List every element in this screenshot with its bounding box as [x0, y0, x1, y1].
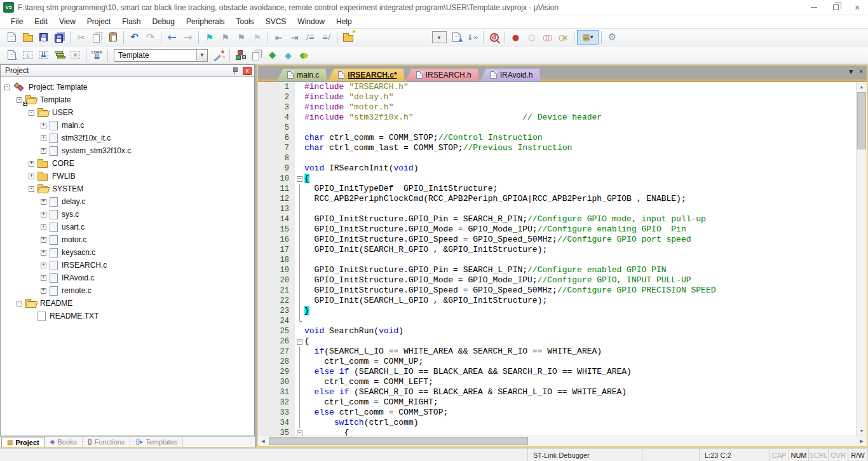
- multi-project-workspace-button[interactable]: [248, 48, 264, 62]
- tab-irsearch-c[interactable]: IRSEARCH.c*: [328, 69, 404, 81]
- rebuild-button[interactable]: ⇊: [36, 48, 51, 62]
- tree-item-fwlib[interactable]: +FWLIB: [1, 170, 254, 182]
- expander-expand-icon[interactable]: +: [41, 263, 46, 268]
- tree-item-main-c[interactable]: +main.c: [1, 119, 254, 132]
- expander-expand-icon[interactable]: +: [41, 123, 46, 128]
- menu-window[interactable]: Window: [292, 16, 330, 27]
- fold-collapse-icon[interactable]: −: [297, 176, 302, 182]
- pack-installer-button[interactable]: ◆◆: [296, 48, 312, 62]
- tree-item-core[interactable]: +CORE: [1, 157, 254, 170]
- pin-icon[interactable]: [232, 67, 238, 74]
- expander-collapse-icon[interactable]: -: [4, 85, 10, 90]
- save-button[interactable]: [36, 30, 51, 45]
- tab-irsearch-h[interactable]: IRSEARCH.h: [406, 69, 479, 81]
- find-in-files-button[interactable]: A: [449, 30, 465, 45]
- tree-item-project-template[interactable]: -Project: Template: [1, 81, 254, 93]
- comment-button[interactable]: ∕≡: [302, 30, 318, 45]
- panel-tab-functions[interactable]: {}Functions: [83, 437, 130, 447]
- tree-item-template[interactable]: -Template: [1, 93, 254, 106]
- tree-item-readme-txt[interactable]: README.TXT: [1, 310, 254, 322]
- expander-collapse-icon[interactable]: -: [17, 97, 22, 103]
- tree-item-remote-c[interactable]: +remote.c: [1, 284, 254, 297]
- expander-collapse-icon[interactable]: -: [29, 110, 34, 116]
- expander-expand-icon[interactable]: +: [41, 199, 46, 205]
- select-software-packs-button[interactable]: ◆: [280, 48, 296, 62]
- build-button[interactable]: ↓: [20, 48, 36, 62]
- save-all-button[interactable]: [51, 30, 67, 45]
- fold-collapse-icon[interactable]: −: [297, 430, 302, 436]
- options-for-target-button[interactable]: *+: [211, 48, 227, 62]
- menu-debug[interactable]: Debug: [147, 16, 180, 27]
- tree-item-stm32f10x-it-c[interactable]: +stm32f10x_it.c: [1, 132, 254, 144]
- breakpoint-kill-all-button[interactable]: ○×: [555, 30, 571, 45]
- tree-item-sys-c[interactable]: +sys.c: [1, 208, 254, 221]
- navigate-forward-button[interactable]: →: [180, 30, 196, 45]
- open-containing-folder-button[interactable]: *: [340, 30, 356, 45]
- find-dialog-button[interactable]: d: [486, 30, 502, 45]
- scroll-up-icon[interactable]: ▲: [857, 82, 867, 92]
- menu-tools[interactable]: Tools: [231, 16, 260, 27]
- expander-expand-icon[interactable]: +: [41, 250, 46, 256]
- paste-button[interactable]: [105, 30, 121, 45]
- indent-button[interactable]: ⇥: [287, 30, 302, 45]
- tree-item-delay-c[interactable]: +delay.c: [1, 195, 254, 208]
- tab-main-c[interactable]: main.c: [277, 69, 327, 81]
- undo-button[interactable]: ↶: [126, 30, 142, 45]
- minimize-button[interactable]: [803, 0, 825, 15]
- close-document-icon[interactable]: ×: [859, 69, 863, 75]
- batch-build-button[interactable]: [51, 48, 67, 62]
- panel-close-button[interactable]: x: [243, 67, 252, 75]
- menu-flash[interactable]: Flash: [116, 16, 146, 27]
- uncomment-button[interactable]: ≡∕: [318, 30, 334, 45]
- expander-expand-icon[interactable]: +: [41, 135, 46, 141]
- tree-item-usart-c[interactable]: +usart.c: [1, 221, 254, 233]
- target-combo-caret[interactable]: ▼: [196, 50, 207, 61]
- panel-tab-project[interactable]: ▤Project: [1, 437, 45, 447]
- unindent-button[interactable]: ⇤: [271, 30, 287, 45]
- navigate-back-button[interactable]: ←: [164, 30, 180, 45]
- expander-expand-icon[interactable]: +: [41, 212, 46, 217]
- menu-svcs[interactable]: SVCS: [260, 16, 292, 27]
- expander-expand-icon[interactable]: +: [41, 237, 46, 243]
- fold-collapse-icon[interactable]: −: [297, 339, 302, 345]
- code-editor[interactable]: 1#include "IRSEARCH.h"2#include "delay.h…: [258, 82, 856, 436]
- stop-build-button[interactable]: ×: [67, 48, 83, 62]
- tree-item-user[interactable]: -USER: [1, 106, 254, 119]
- editor-vertical-scrollbar[interactable]: ▲ ▼: [856, 82, 867, 436]
- menu-view[interactable]: View: [53, 16, 81, 27]
- download-button[interactable]: LOAD⇊: [89, 48, 105, 62]
- expander-expand-icon[interactable]: +: [29, 174, 34, 179]
- expander-expand-icon[interactable]: +: [29, 161, 34, 167]
- tab-iravoid-h[interactable]: IRAvoid.h: [480, 69, 541, 81]
- translate-button[interactable]: ↓: [4, 48, 20, 62]
- manage-project-items-button[interactable]: [233, 48, 248, 62]
- target-select[interactable]: Template▼: [111, 48, 211, 62]
- copy-button[interactable]: [89, 30, 105, 45]
- cut-button[interactable]: ✂: [73, 30, 89, 45]
- horizontal-scroll-thumb[interactable]: [269, 437, 528, 445]
- search-text-combo[interactable]: ▾: [430, 30, 449, 45]
- menu-help[interactable]: Help: [330, 16, 358, 27]
- menu-file[interactable]: File: [5, 16, 29, 27]
- menu-peripherals[interactable]: Peripherals: [180, 16, 231, 27]
- new-file-button[interactable]: [4, 30, 20, 45]
- panel-tab-templates[interactable]: {}▸Templates: [130, 437, 183, 447]
- tree-item-irsearch-c[interactable]: +IRSEARCH.c: [1, 259, 254, 272]
- tree-item-system-stm32f10x-c[interactable]: +system_stm32f10x.c: [1, 144, 254, 157]
- restore-button[interactable]: [825, 0, 846, 15]
- expander-expand-icon[interactable]: +: [41, 288, 46, 294]
- scroll-left-icon[interactable]: ◀: [258, 436, 268, 446]
- incremental-find-button[interactable]: ⇓∞: [465, 30, 480, 45]
- breakpoint-toggle-button[interactable]: ●: [508, 30, 524, 45]
- tab-list-dropdown-icon[interactable]: ▼: [848, 69, 854, 75]
- close-button[interactable]: ×: [846, 0, 868, 15]
- expander-collapse-icon[interactable]: -: [17, 301, 22, 306]
- scroll-right-icon[interactable]: ▶: [857, 436, 867, 446]
- scroll-down-icon[interactable]: ▼: [857, 426, 867, 436]
- vertical-scroll-thumb[interactable]: [857, 92, 866, 149]
- panel-tab-books[interactable]: ◈Books: [45, 437, 83, 447]
- tree-item-keysacn-c[interactable]: +keysacn.c: [1, 246, 254, 259]
- tree-item-readme[interactable]: -README: [1, 297, 254, 310]
- tree-item-system[interactable]: -SYSTEM: [1, 182, 254, 195]
- expander-expand-icon[interactable]: +: [41, 275, 46, 281]
